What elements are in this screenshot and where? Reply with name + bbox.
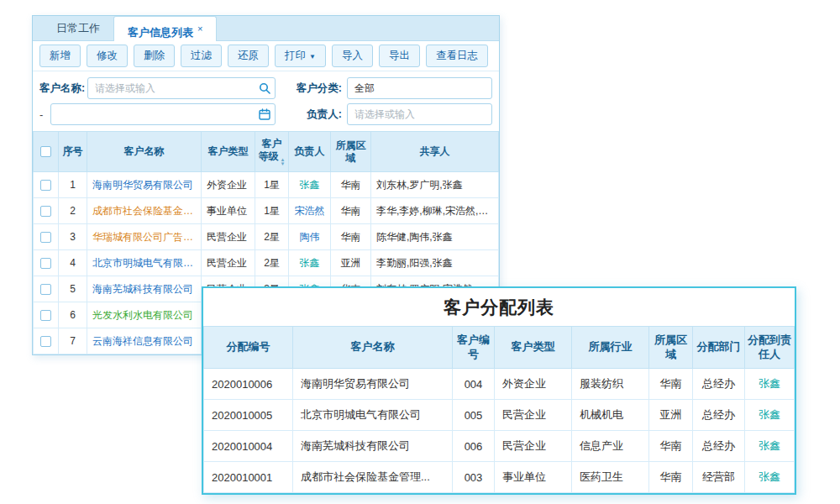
customer-name-link[interactable]: 海南芜城科技有限公司 (87, 276, 202, 302)
row-checkbox[interactable] (40, 206, 51, 217)
assignee-link[interactable]: 张鑫 (745, 431, 795, 462)
header-industry: 所属行业 (572, 327, 649, 369)
table-row[interactable]: 2 成都市社会保险基金管理... 事业单位 1星 宋浩然 华南 李华,李婷,柳琳… (34, 198, 499, 224)
dept: 总经办 (693, 369, 745, 400)
close-icon[interactable]: × (197, 24, 202, 34)
header-customer-level[interactable]: 客户等级▲▼ (255, 132, 289, 172)
allocation-id-link[interactable]: 2020010006 (204, 369, 293, 400)
customer-type: 民营企业 (495, 400, 572, 431)
add-button[interactable]: 新增 (39, 45, 81, 67)
header-no: 序号 (59, 132, 87, 172)
header-allocation-id: 分配编号 (204, 327, 293, 369)
dept: 总经办 (693, 400, 745, 431)
row-no: 2 (59, 198, 87, 224)
row-checkbox[interactable] (40, 336, 51, 347)
customer-name-label: 客户名称: (39, 81, 87, 96)
customer-name-link[interactable]: 海南明华贸易有限公司 (293, 369, 453, 400)
region: 华南 (331, 198, 371, 224)
row-checkbox[interactable] (40, 180, 51, 191)
table-row[interactable]: 2020010001 成都市社会保险基金管理... 003 事业单位 医药卫生 … (204, 462, 795, 493)
customer-name-input[interactable] (88, 82, 255, 94)
table-header-row: 序号 客户名称 客户类型 客户等级▲▼ 负责人 所属区域 共享人 (34, 132, 499, 172)
header-region: 所属区域 (331, 132, 371, 172)
header-owner: 负责人 (289, 132, 331, 172)
allocation-id-link[interactable]: 2020010005 (204, 400, 293, 431)
header-customer-name: 客户名称 (87, 132, 202, 172)
region: 华南 (649, 431, 693, 462)
table-row[interactable]: 3 华瑞城有限公司广告设计部 民营企业 2星 陶伟 华南 陈华健,陶伟,张鑫 (34, 224, 499, 250)
row-no: 4 (59, 250, 87, 276)
header-customer-type: 客户类型 (202, 132, 255, 172)
shared-persons: 李勤丽,阳强,张鑫 (371, 250, 499, 276)
owner-link[interactable]: 张鑫 (289, 172, 331, 198)
customer-type: 事业单位 (202, 198, 255, 224)
customer-name-link[interactable]: 北京市明城电气有限公司 (87, 250, 202, 276)
table-row[interactable]: 2020010005 北京市明城电气有限公司 005 民营企业 机械机电 亚洲 … (204, 400, 795, 431)
table-row[interactable]: 4 北京市明城电气有限公司 民营企业 2星 张鑫 亚洲 李勤丽,阳强,张鑫 (34, 250, 499, 276)
tab-daily-work[interactable]: 日常工作 (43, 16, 113, 40)
allocation-id-link[interactable]: 2020010001 (204, 462, 293, 493)
row-checkbox[interactable] (40, 232, 51, 243)
tab-customer-info-list[interactable]: 客户信息列表× (113, 16, 217, 41)
print-button[interactable]: 打印▼ (275, 45, 326, 67)
delete-button[interactable]: 删除 (134, 45, 175, 67)
customer-no: 005 (453, 400, 495, 431)
customer-name-link[interactable]: 光发水利水电有限公司 (87, 302, 202, 328)
customer-type: 民营企业 (495, 431, 572, 462)
table-row[interactable]: 1 海南明华贸易有限公司 外资企业 1星 张鑫 华南 刘东林,罗广明,张鑫 (34, 172, 499, 198)
table-row[interactable]: 2020010004 海南芜城科技有限公司 006 民营企业 信息产业 华南 总… (204, 431, 795, 462)
assignee-link[interactable]: 张鑫 (745, 369, 795, 400)
view-log-button[interactable]: 查看日志 (426, 45, 488, 67)
owner-link[interactable]: 宋浩然 (289, 198, 331, 224)
restore-button[interactable]: 还原 (228, 45, 269, 67)
edit-button[interactable]: 修改 (87, 45, 128, 67)
customer-name-link[interactable]: 海南明华贸易有限公司 (87, 172, 202, 198)
filter-area: 客户名称: 客户分类: - (33, 71, 499, 131)
filter-button[interactable]: 过滤 (181, 45, 222, 67)
header-dept: 分配部门 (693, 327, 745, 369)
header-customer-type: 客户类型 (495, 327, 572, 369)
sort-icon[interactable]: ▲▼ (281, 158, 286, 166)
customer-name-link[interactable]: 成都市社会保险基金管理... (293, 462, 453, 493)
date-input[interactable] (51, 108, 255, 120)
row-no: 3 (59, 224, 87, 250)
customer-category-input-wrap (347, 77, 492, 99)
allocation-table: 分配编号 客户名称 客户编号 客户类型 所属行业 所属区域 分配部门 分配到责任… (203, 326, 795, 493)
date-range-separator: - (39, 108, 50, 121)
toolbar: 新增 修改 删除 过滤 还原 打印▼ 导入 导出 查看日志 (33, 41, 499, 71)
customer-allocation-panel: 客户分配列表 分配编号 客户名称 客户编号 客户类型 所属行业 所属区域 分配部… (202, 286, 796, 495)
allocation-id-link[interactable]: 2020010004 (204, 431, 293, 462)
region: 华南 (649, 369, 693, 400)
header-assignee: 分配到责任人 (745, 327, 795, 369)
row-checkbox[interactable] (40, 310, 51, 321)
caret-down-icon: ▼ (309, 53, 316, 60)
search-icon[interactable] (255, 82, 275, 94)
row-checkbox[interactable] (40, 258, 51, 269)
customer-category-input[interactable] (348, 82, 491, 94)
assignee-link[interactable]: 张鑫 (745, 400, 795, 431)
customer-category-label: 客户分类: (294, 81, 342, 96)
customer-no: 003 (453, 462, 495, 493)
owner-input[interactable] (348, 108, 491, 120)
customer-name-link[interactable]: 云南海祥信息有限公司 (87, 328, 202, 354)
owner-link[interactable]: 陶伟 (289, 224, 331, 250)
owner-link[interactable]: 张鑫 (289, 250, 331, 276)
customer-type: 事业单位 (495, 462, 572, 493)
owner-label: 负责人: (294, 108, 342, 122)
header-region: 所属区域 (649, 327, 693, 369)
industry: 机械机电 (572, 400, 649, 431)
customer-name-link[interactable]: 华瑞城有限公司广告设计部 (87, 224, 202, 250)
customer-name-link[interactable]: 成都市社会保险基金管理... (87, 198, 202, 224)
dept: 经营部 (693, 462, 745, 493)
export-button[interactable]: 导出 (379, 45, 420, 67)
row-checkbox[interactable] (40, 284, 51, 295)
customer-name-link[interactable]: 北京市明城电气有限公司 (293, 400, 453, 431)
customer-level: 2星 (255, 250, 289, 276)
customer-level: 2星 (255, 224, 289, 250)
calendar-icon[interactable] (255, 108, 275, 120)
assignee-link[interactable]: 张鑫 (745, 462, 795, 493)
import-button[interactable]: 导入 (332, 45, 373, 67)
customer-name-link[interactable]: 海南芜城科技有限公司 (293, 431, 453, 462)
select-all-checkbox[interactable] (40, 146, 51, 157)
table-row[interactable]: 2020010006 海南明华贸易有限公司 004 外资企业 服装纺织 华南 总… (204, 369, 795, 400)
